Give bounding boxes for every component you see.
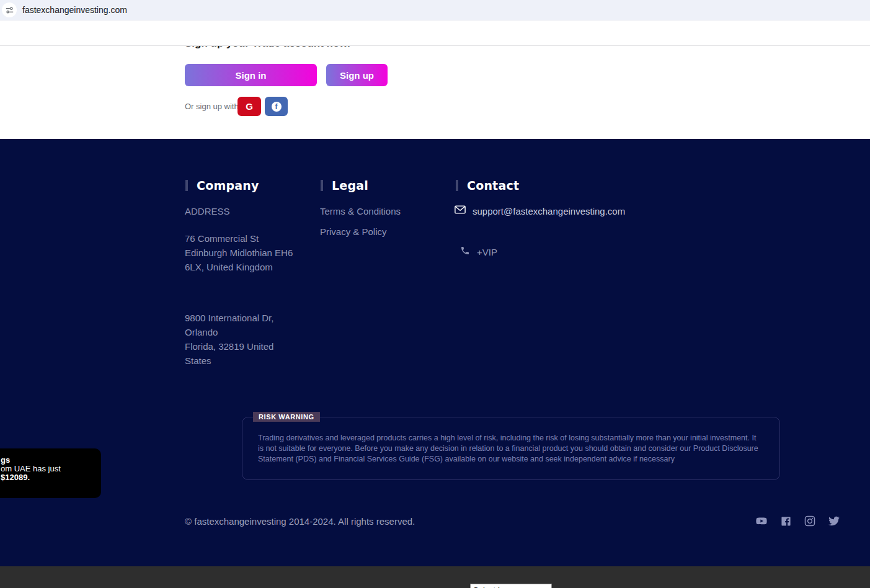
envelope-icon — [455, 205, 466, 216]
or-sign-up-with-label: Or sign up with — [185, 102, 239, 111]
google-icon: G — [246, 101, 253, 112]
google-signup-button[interactable]: G — [237, 97, 261, 116]
toast-line-3: $12089. — [1, 473, 97, 482]
risk-warning-box: RISK WARNING Trading derivatives and lev… — [242, 417, 780, 480]
social-links — [756, 515, 840, 527]
phone-number[interactable]: +VIP — [477, 247, 497, 257]
legal-heading: Legal — [321, 179, 368, 192]
language-select[interactable]: Select Language — [470, 584, 552, 588]
contact-heading: Contact — [456, 179, 519, 192]
uk-address: 76 Commercial St Edinburgh Midlothian EH… — [185, 231, 293, 274]
url-text[interactable]: fastexchangeinvesting.com — [22, 5, 127, 15]
toast-line-1: gs — [1, 456, 97, 465]
sign-in-button[interactable]: Sign in — [185, 64, 317, 86]
support-email[interactable]: support@fastexchangeinvesting.com — [473, 206, 625, 216]
address-label: ADDRESS — [185, 206, 230, 216]
us-address: 9800 International Dr, Orlando Florida, … — [185, 311, 273, 368]
company-heading: Company — [185, 179, 259, 192]
risk-warning-label: RISK WARNING — [253, 412, 320, 422]
facebook-icon: f — [272, 102, 282, 112]
sticky-header-cover — [0, 20, 870, 46]
sign-up-button[interactable]: Sign up — [326, 64, 388, 86]
footer: Company Legal Contact ADDRESS 76 Commerc… — [0, 139, 870, 566]
support-email-row[interactable]: support@fastexchangeinvesting.com — [455, 205, 625, 216]
copyright-text: © fastexchangeinvesting 2014-2024. All r… — [185, 516, 415, 527]
instagram-icon[interactable] — [804, 515, 815, 527]
browser-url-bar[interactable]: fastexchangeinvesting.com — [0, 0, 870, 20]
facebook-signup-button[interactable]: f — [265, 97, 288, 116]
heading-accent-bar — [456, 180, 458, 191]
facebook-icon[interactable] — [780, 515, 791, 527]
terms-conditions-link[interactable]: Terms & Conditions — [320, 206, 401, 216]
phone-icon — [460, 246, 470, 258]
heading-accent-bar — [321, 180, 323, 191]
heading-accent-bar — [185, 180, 188, 191]
phone-row[interactable]: +VIP — [460, 246, 497, 258]
risk-warning-text: Trading derivatives and leveraged produc… — [242, 417, 779, 465]
bottom-bar — [0, 566, 870, 588]
twitter-icon[interactable] — [828, 515, 840, 527]
youtube-icon[interactable] — [756, 515, 767, 527]
privacy-policy-link[interactable]: Privacy & Policy — [320, 226, 387, 237]
toast-line-2: om UAE has just — [1, 465, 97, 473]
tune-icon[interactable] — [2, 2, 17, 17]
activity-toast[interactable]: gs om UAE has just $12089. — [0, 448, 101, 498]
